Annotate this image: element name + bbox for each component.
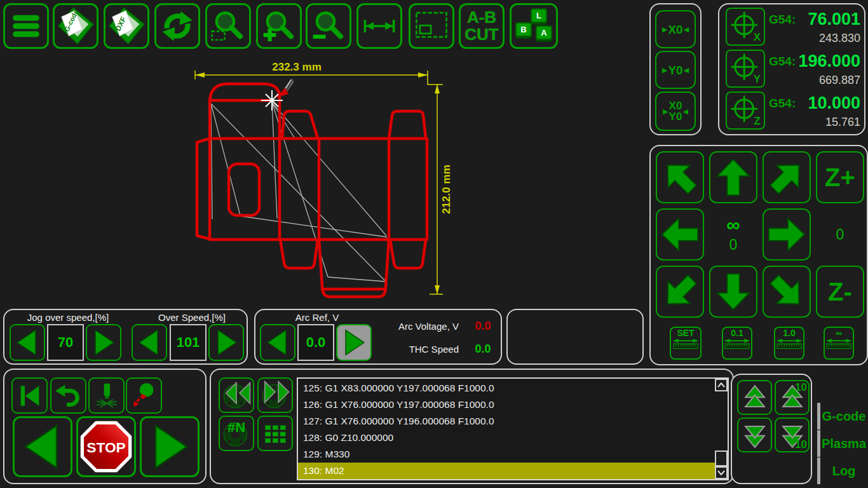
- arc-ref-inc-button[interactable]: [336, 324, 372, 361]
- thc-speed-value: 0.0: [466, 342, 499, 356]
- run-backward-button[interactable]: [13, 416, 72, 477]
- line-down-button[interactable]: [737, 417, 772, 452]
- menu-button[interactable]: [3, 3, 49, 49]
- arrow-right-icon: [339, 328, 369, 357]
- axis-x-button[interactable]: X: [726, 8, 765, 46]
- gcode-line[interactable]: 125: G1 X83.000000 Y197.000068 F1000.0: [298, 380, 715, 396]
- torch-down-button[interactable]: [88, 377, 125, 414]
- arrow-left-icon: [263, 328, 292, 357]
- run-forward-button[interactable]: [140, 416, 200, 477]
- zero-xy-button[interactable]: ▶ X0 Y0 ◀: [655, 92, 696, 131]
- jog-up-button[interactable]: [709, 151, 757, 203]
- gcode-goto-line-button[interactable]: #N: [219, 416, 254, 451]
- zoom-out-button[interactable]: [306, 3, 351, 49]
- arrow-left-icon: [660, 215, 700, 254]
- jog-over-speed-value[interactable]: 70: [47, 324, 84, 361]
- ab-cut-line2: CUT: [465, 26, 498, 43]
- cut-path: [197, 84, 427, 297]
- ruler-icon: [724, 337, 750, 350]
- right-triangle-icon: ▶: [662, 26, 667, 33]
- gcode-list[interactable]: 125: G1 X83.000000 Y197.000068 F1000.0 1…: [297, 377, 729, 480]
- torch-ignite-button[interactable]: [126, 377, 162, 414]
- right-triangle-icon: ▶: [662, 67, 667, 74]
- gcode-rows: 125: G1 X83.000000 Y197.000068 F1000.0 1…: [298, 379, 715, 479]
- rewind-to-start-button[interactable]: [11, 377, 48, 414]
- line-up-button[interactable]: [737, 380, 772, 415]
- arrow-right-icon: [89, 328, 118, 357]
- jog-up-right-button[interactable]: [763, 151, 811, 203]
- gcode-line[interactable]: 127: G1 X76.000000 Y196.000068 F1000.0: [298, 413, 715, 430]
- plasma-cnc-app: G-code DXF: [0, 0, 868, 488]
- over-speed-inc-button[interactable]: [208, 324, 244, 361]
- tab-plasma[interactable]: Plasma: [820, 430, 868, 457]
- arc-voltage-label: Arc Voltage, V: [383, 321, 459, 332]
- jog-right-button[interactable]: [763, 208, 811, 261]
- jog-z-plus-button[interactable]: Z+: [816, 151, 864, 203]
- stop-icon: STOP: [79, 420, 133, 473]
- line-up-10-button[interactable]: 10: [775, 380, 810, 415]
- stop-button[interactable]: STOP: [76, 416, 136, 477]
- coord-row-x: X G54: 76.001 243.830: [719, 8, 864, 50]
- axis-z-button[interactable]: Z: [726, 92, 765, 130]
- over-speed-value[interactable]: 101: [170, 324, 207, 361]
- gcode-file-icon: G-code: [56, 6, 95, 46]
- zero-x-button[interactable]: ▶ X0 ◀: [655, 10, 696, 48]
- back-one-line-button[interactable]: [50, 377, 86, 414]
- ruler-icon: [776, 337, 803, 350]
- gcode-line[interactable]: 128: G0 Z10.000000: [298, 430, 715, 446]
- arc-ref-dec-button[interactable]: [260, 324, 295, 361]
- line-down-10-button[interactable]: 10: [775, 417, 810, 452]
- coord-row-y: Y G54: 196.000 669.887: [719, 50, 864, 92]
- gcode-scrollbar[interactable]: [715, 379, 728, 479]
- jog-step-01-button[interactable]: 0.1: [722, 327, 752, 360]
- scroll-up-button[interactable]: [715, 379, 728, 391]
- arrow-up-icon: [714, 158, 753, 197]
- zoom-window-button[interactable]: [205, 3, 251, 49]
- toolpath-canvas[interactable]: 232.3 mm 212.0 mm: [0, 54, 645, 308]
- arrow-right-icon: [212, 328, 241, 357]
- scroll-down-icon: [717, 470, 725, 475]
- jog-left-button[interactable]: [656, 208, 704, 261]
- jog-down-right-button[interactable]: [763, 266, 811, 318]
- workpiece-bounds-icon: [413, 8, 450, 44]
- scroll-down-button[interactable]: [715, 466, 728, 479]
- gcode-line[interactable]: 129: M330: [298, 446, 715, 463]
- arc-ref-value[interactable]: 0.0: [297, 324, 334, 361]
- keyboard-jog-button[interactable]: L B A: [510, 3, 558, 49]
- gcode-line-selected[interactable]: 130: M02: [298, 463, 715, 479]
- jog-step-continuous-button[interactable]: ∞: [824, 327, 854, 360]
- rapid-moves: [211, 102, 390, 281]
- tab-gcode[interactable]: G-code: [820, 403, 868, 430]
- jog-step-set-button[interactable]: SET: [670, 327, 702, 360]
- jog-down-left-button[interactable]: [656, 266, 704, 318]
- jog-step-10-button[interactable]: 1.0: [774, 327, 804, 360]
- zero-y-button[interactable]: ▶ Y0 ◀: [655, 51, 696, 89]
- refresh-button[interactable]: [154, 3, 200, 49]
- gcode-rewind-button[interactable]: [219, 377, 254, 413]
- arc-ref-label: Arc Ref, V: [273, 312, 362, 323]
- jog-over-speed-dec-button[interactable]: [10, 324, 45, 361]
- jog-over-speed-inc-button[interactable]: [86, 324, 121, 361]
- torch-ignite-icon: [130, 381, 159, 410]
- scroll-thumb[interactable]: [715, 451, 728, 466]
- measure-button[interactable]: [356, 3, 402, 49]
- jog-z-minus-button[interactable]: Z-: [816, 266, 864, 318]
- zoom-in-button[interactable]: [256, 3, 302, 49]
- tab-log[interactable]: Log: [820, 458, 868, 484]
- ab-cut-button[interactable]: A-B CUT: [459, 3, 505, 49]
- gcode-line[interactable]: 126: G1 X76.000000 Y197.000068 F1000.0: [298, 396, 715, 413]
- refresh-icon: [159, 8, 196, 44]
- axis-y-button[interactable]: Y: [726, 50, 765, 88]
- open-dxf-button[interactable]: DXF: [104, 3, 149, 49]
- jog-up-left-button[interactable]: [656, 151, 704, 203]
- gcode-grid-button[interactable]: [257, 416, 293, 451]
- workpiece-bounds-button[interactable]: [409, 3, 454, 49]
- jog-down-button[interactable]: [709, 266, 757, 318]
- speed-panel: Jog over speed,[%] 70 Over Speed,[%] 101: [3, 309, 248, 365]
- jog-panel: Z+ ∞ 0 0 Z- SET 0.1 1.0 ∞: [649, 145, 868, 365]
- scroll-up-icon: [717, 383, 725, 388]
- ruler-icon: [672, 337, 699, 350]
- gcode-forward-button[interactable]: [257, 377, 293, 413]
- over-speed-dec-button[interactable]: [132, 324, 167, 361]
- open-gcode-button[interactable]: G-code: [53, 3, 98, 49]
